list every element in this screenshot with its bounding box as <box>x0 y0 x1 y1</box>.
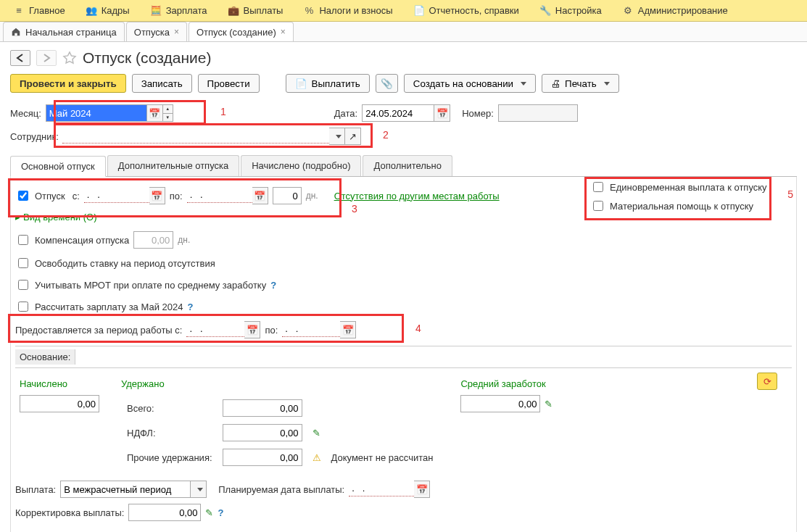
time-type-expander[interactable]: ▸ Вид времени (О) <box>15 212 792 223</box>
period-to-input[interactable] <box>282 321 340 337</box>
planned-date-input[interactable] <box>349 481 414 496</box>
accrued-input[interactable] <box>20 395 99 412</box>
vacation-checkbox[interactable] <box>18 191 28 201</box>
payment-select[interactable] <box>60 481 191 498</box>
chevron-down-icon <box>521 82 526 86</box>
mat-help-label: Материальная помощь к отпуску <box>610 201 753 212</box>
menu-label: Кадры <box>102 5 130 16</box>
menu-reports[interactable]: 📄 Отчетность, справки <box>403 0 529 21</box>
tab-accrued-detailed[interactable]: Начислено (подробно) <box>241 155 361 176</box>
save-button[interactable]: Записать <box>132 74 192 93</box>
basis-row: Основание: <box>15 346 792 368</box>
pencil-icon[interactable]: ✎ <box>545 399 553 410</box>
days-input[interactable] <box>273 187 302 204</box>
mrot-checkbox[interactable] <box>18 280 28 290</box>
accrued-col: Начислено <box>20 378 99 470</box>
basis-input[interactable] <box>75 350 792 365</box>
lump-sum-label: Единовременная выплата к отпуску <box>610 182 767 193</box>
compensation-checkbox[interactable] <box>18 235 28 245</box>
correction-input[interactable] <box>128 504 201 521</box>
menu-hr[interactable]: 👥 Кадры <box>75 0 140 21</box>
other-absences-link[interactable]: Отсутствия по другим местам работы <box>334 191 500 201</box>
dropdown-icon[interactable] <box>191 481 207 498</box>
calc-salary-row: Рассчитать зарплату за Май 2024 ? <box>15 299 792 314</box>
date-from-input[interactable] <box>84 187 149 203</box>
create-based-button[interactable]: Создать на основании <box>404 74 536 93</box>
date-input[interactable] <box>362 104 434 122</box>
hamburger-icon: ≡ <box>13 5 25 17</box>
calendar-icon[interactable]: 📅 <box>149 187 165 204</box>
recalculate-button[interactable]: ⟳ <box>757 373 777 390</box>
free-rate-checkbox[interactable] <box>18 258 28 268</box>
calculator-icon: 🧮 <box>150 5 162 17</box>
mat-help-checkbox[interactable] <box>593 201 603 211</box>
spin-down-icon[interactable]: ▼ <box>163 114 173 122</box>
free-rate-label: Освободить ставку на период отсутствия <box>35 258 215 269</box>
close-icon[interactable]: × <box>174 27 179 37</box>
employee-input[interactable] <box>62 128 329 144</box>
page-title: Отпуск (создание) <box>83 49 211 67</box>
menu-settings[interactable]: 🔧 Настройка <box>529 0 612 21</box>
help-icon[interactable]: ? <box>218 507 223 518</box>
help-icon[interactable]: ? <box>270 280 276 291</box>
avg-col: Средний заработок ✎ <box>460 378 553 470</box>
calendar-icon[interactable]: 📅 <box>244 321 260 338</box>
menu-taxes[interactable]: % Налоги и взносы <box>293 0 402 21</box>
warning-icon: ⚠ <box>313 452 321 463</box>
open-icon[interactable]: ↗ <box>345 128 361 145</box>
free-rate-row: Освободить ставку на период отсутствия <box>15 256 792 270</box>
ndfl-input[interactable] <box>223 424 302 441</box>
post-button[interactable]: Провести <box>198 74 260 93</box>
print-button[interactable]: 🖨 Печать <box>542 74 619 93</box>
calendar-icon[interactable]: 📅 <box>147 104 163 122</box>
gear-icon: ⚙ <box>622 5 634 17</box>
tab-additional-vacations[interactable]: Дополнительные отпуска <box>107 155 240 176</box>
month-input[interactable] <box>46 104 147 122</box>
attach-button[interactable]: 📎 <box>376 74 398 93</box>
calendar-icon[interactable]: 📅 <box>252 187 268 204</box>
refresh-icon: ⟳ <box>763 376 771 387</box>
close-icon[interactable]: × <box>281 27 286 37</box>
back-button[interactable] <box>10 50 30 66</box>
tab-main-vacation[interactable]: Основной отпуск <box>10 156 106 177</box>
spin-up-icon[interactable]: ▲ <box>163 105 173 114</box>
number-label: Номер: <box>462 108 494 119</box>
avg-input[interactable] <box>460 395 540 412</box>
mrot-row: Учитывать МРОТ при оплате по среднему за… <box>15 278 792 292</box>
dropdown-icon[interactable] <box>329 128 345 145</box>
tab-home[interactable]: Начальная страница <box>3 22 125 41</box>
header-row-1: Месяц: 📅 ▲▼ 1 Дата: 📅 Номер: <box>10 104 797 122</box>
coins-icon: 📄 <box>295 78 307 89</box>
calendar-icon[interactable]: 📅 <box>340 321 356 338</box>
date-to-input[interactable] <box>187 187 252 203</box>
forward-button[interactable] <box>36 50 57 66</box>
favorite-icon[interactable] <box>62 51 77 65</box>
menu-payments[interactable]: 💼 Выплаты <box>218 0 294 21</box>
post-and-close-button[interactable]: Провести и закрыть <box>10 74 126 93</box>
tab-extra[interactable]: Дополнительно <box>363 155 452 176</box>
lump-sum-checkbox[interactable] <box>593 182 603 192</box>
pay-button[interactable]: 📄 Выплатить <box>286 74 370 93</box>
other-deductions-input[interactable] <box>223 449 302 466</box>
menu-salary[interactable]: 🧮 Зарплата <box>140 0 218 21</box>
page-content: Отпуск (создание) Провести и закрыть Зап… <box>0 42 807 532</box>
pencil-icon[interactable]: ✎ <box>205 507 213 518</box>
calendar-icon[interactable]: 📅 <box>434 104 450 122</box>
main-vacation-panel: Отпуск с: 📅 по: 📅 дн. Отсутствия по друг… <box>10 177 797 532</box>
menu-admin[interactable]: ⚙ Администрирование <box>612 0 738 21</box>
tab-vacations-list[interactable]: Отпуска × <box>126 22 187 41</box>
avg-header: Средний заработок <box>460 378 553 389</box>
pencil-icon[interactable]: ✎ <box>313 428 320 439</box>
calc-salary-checkbox[interactable] <box>18 302 28 312</box>
tab-vacation-create[interactable]: Отпуск (создание) × <box>189 22 294 41</box>
month-spinner[interactable]: ▲▼ <box>163 104 173 122</box>
period-from-input[interactable] <box>186 321 244 337</box>
calendar-icon[interactable]: 📅 <box>414 481 430 498</box>
help-icon[interactable]: ? <box>187 302 193 312</box>
total-input[interactable] <box>223 399 302 417</box>
withheld-header: Удержано <box>121 378 439 389</box>
payment-row: Выплата: Планируемая дата выплаты: 📅 <box>15 481 792 498</box>
compensation-label: Компенсация отпуска <box>35 235 129 246</box>
menu-main[interactable]: ≡ Главное <box>3 0 75 21</box>
chevron-right-icon: ▸ <box>15 212 20 223</box>
